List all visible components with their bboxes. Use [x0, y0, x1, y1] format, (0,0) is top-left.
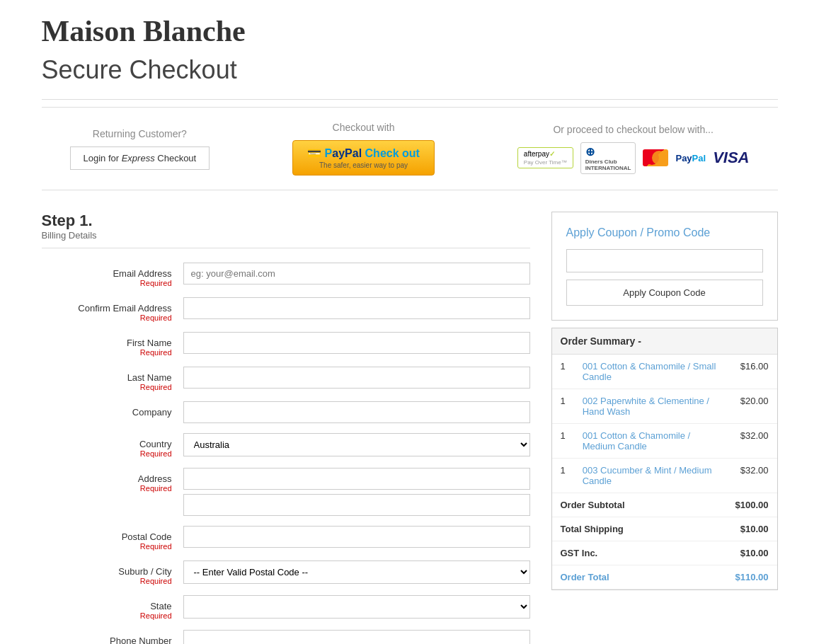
suburb-select[interactable]: -- Enter Valid Postal Code -- [183, 560, 530, 584]
order-summary: Order Summary - 1 001 Cotton & Chamomile… [551, 328, 778, 590]
last-name-label: Last Name Required [42, 367, 183, 391]
item-qty: 1 [552, 389, 574, 424]
subtotal-value: $100.00 [727, 493, 777, 517]
page-title: Secure Checkout [42, 55, 778, 85]
shipping-label: Total Shipping [552, 517, 727, 541]
step-header: Step 1. Billing Details [42, 212, 530, 248]
item-qty: 1 [552, 459, 574, 493]
table-row: 1 001 Cotton & Chamomile / Medium Candle… [552, 424, 777, 459]
item-qty: 1 [552, 424, 574, 459]
phone-input[interactable] [183, 630, 530, 644]
coupon-title: Apply Coupon / Promo Code [566, 226, 763, 239]
paypal-small-icon: PayPal [675, 153, 706, 163]
address-label: Address Required [42, 468, 183, 493]
table-row: 1 001 Cotton & Chamomile / Small Candle … [552, 355, 777, 389]
returning-customer-section: Returning Customer? Login for Express Ch… [70, 128, 210, 170]
returning-customer-label: Returning Customer? [93, 128, 187, 139]
subtotal-label: Order Subtotal [552, 493, 727, 517]
item-price: $32.00 [727, 459, 777, 493]
first-name-input[interactable] [183, 332, 530, 354]
visa-icon: VISA [713, 149, 749, 167]
express-checkout-bar: Returning Customer? Login for Express Ch… [42, 107, 778, 190]
confirm-email-input[interactable] [183, 297, 530, 319]
address-line2-input[interactable] [183, 494, 530, 516]
suburb-label: Suburb / City Required [42, 560, 183, 585]
paypal-checkout-button[interactable]: 💳 PayPal Check out The safer, easier way… [292, 140, 435, 176]
company-input[interactable] [183, 401, 530, 423]
country-label: Country Required [42, 433, 183, 458]
phone-row: Phone Number [42, 630, 530, 644]
payment-methods-section: Or proceed to checkout below with... aft… [517, 124, 750, 174]
table-row: 1 002 Paperwhite & Clementine / Hand Was… [552, 389, 777, 424]
main-content: Step 1. Billing Details Email Address Re… [42, 212, 778, 644]
checkout-with-label: Checkout with [333, 122, 395, 133]
total-value: $110.00 [727, 565, 777, 590]
state-select[interactable]: NSW VIC QLD WA SA TAS [183, 595, 530, 619]
confirm-email-label: Confirm Email Address Required [42, 297, 183, 322]
paypal-checkout-section: Checkout with 💳 PayPal Check out The saf… [292, 122, 435, 176]
company-label: Company [42, 401, 183, 418]
last-name-input[interactable] [183, 367, 530, 389]
state-label: State Required [42, 595, 183, 620]
company-row: Company [42, 401, 530, 423]
svg-point-1 [652, 151, 666, 165]
email-row: Email Address Required [42, 263, 530, 287]
step-number: Step 1. [42, 212, 530, 230]
item-qty: 1 [552, 355, 574, 389]
step-subtitle: Billing Details [42, 230, 530, 248]
address-line1-input[interactable] [183, 468, 530, 490]
apply-coupon-button[interactable]: Apply Coupon Code [566, 280, 763, 306]
payment-icons-row: afterpay✓ Pay Over Time™ ⊕ Diners ClubIN… [517, 142, 750, 174]
order-summary-header: Order Summary - [552, 328, 777, 355]
country-row: Country Required Australia New Zealand U… [42, 433, 530, 458]
coupon-box: Apply Coupon / Promo Code Apply Coupon C… [551, 212, 778, 321]
postal-code-row: Postal Code Required [42, 526, 530, 551]
table-row: 1 003 Cucumber & Mint / Medium Candle $3… [552, 459, 777, 493]
email-label: Email Address Required [42, 263, 183, 287]
item-price: $16.00 [727, 355, 777, 389]
shipping-value: $10.00 [727, 517, 777, 541]
confirm-email-row: Confirm Email Address Required [42, 297, 530, 322]
coupon-input[interactable] [566, 249, 763, 272]
paypal-sub-text: The safer, easier way to pay [319, 161, 408, 169]
suburb-row: Suburb / City Required -- Enter Valid Po… [42, 560, 530, 585]
item-name: 003 Cucumber & Mint / Medium Candle [574, 459, 727, 493]
last-name-row: Last Name Required [42, 367, 530, 391]
first-name-row: First Name Required [42, 332, 530, 357]
diners-club-icon: ⊕ Diners ClubINTERNATIONAL [580, 142, 636, 174]
site-title: Maison Blanche [42, 14, 778, 48]
first-name-label: First Name Required [42, 332, 183, 357]
phone-label: Phone Number [42, 630, 183, 644]
gst-value: $10.00 [727, 541, 777, 565]
postal-code-label: Postal Code Required [42, 526, 183, 551]
item-price: $32.00 [727, 424, 777, 459]
mastercard-icon [643, 149, 668, 166]
state-row: State Required NSW VIC QLD WA SA TAS [42, 595, 530, 620]
item-price: $20.00 [727, 389, 777, 424]
or-proceed-label: Or proceed to checkout below with... [553, 124, 713, 135]
item-name: 001 Cotton & Chamomile / Medium Candle [574, 424, 727, 459]
country-select[interactable]: Australia New Zealand United States [183, 433, 530, 456]
item-name: 002 Paperwhite & Clementine / Hand Wash [574, 389, 727, 424]
address-row: Address Required [42, 468, 530, 516]
gst-label: GST Inc. [552, 541, 727, 565]
right-panel: Apply Coupon / Promo Code Apply Coupon C… [551, 212, 778, 644]
order-summary-table: Order Summary - 1 001 Cotton & Chamomile… [552, 328, 777, 590]
top-divider [42, 99, 778, 100]
afterpay-icon: afterpay✓ Pay Over Time™ [517, 147, 573, 168]
billing-form-panel: Step 1. Billing Details Email Address Re… [42, 212, 530, 644]
item-name: 001 Cotton & Chamomile / Small Candle [574, 355, 727, 389]
email-input[interactable] [183, 263, 530, 284]
total-label: Order Total [552, 565, 727, 590]
postal-code-input[interactable] [183, 526, 530, 548]
login-express-button[interactable]: Login for Express Checkout [70, 146, 210, 170]
